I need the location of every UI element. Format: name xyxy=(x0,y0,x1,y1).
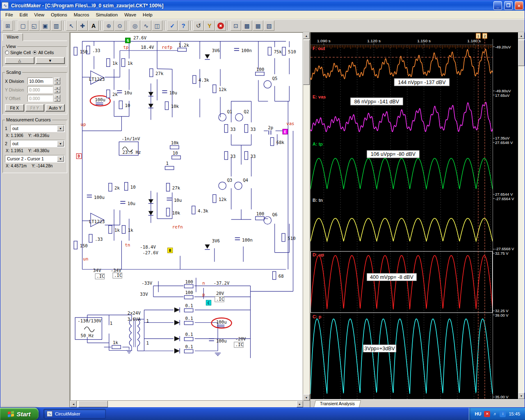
menu-edit[interactable]: Edit xyxy=(16,11,31,18)
measurement-annotation: 400 mVpp= -8 dBV xyxy=(370,274,414,280)
spin-up-button[interactable] xyxy=(54,95,60,98)
radio-single-cell[interactable]: Single Cell xyxy=(5,50,31,55)
field-label: Y Division xyxy=(5,87,26,92)
task-button-circuitmaker[interactable]: ∿ CircuitMaker xyxy=(43,409,106,419)
parts-browser-button[interactable]: ⊞ xyxy=(2,21,13,31)
component-label: 0.1 xyxy=(185,316,193,321)
spin-down-button[interactable] xyxy=(54,98,60,102)
component-label: Q1 xyxy=(227,109,232,114)
search-doc-button[interactable]: ◎ xyxy=(130,21,140,31)
vertical-scrollbar-thumb[interactable] xyxy=(303,40,310,85)
scope-digital-button[interactable]: ▧ xyxy=(264,21,274,31)
component-label: 33 xyxy=(231,154,236,159)
start-button[interactable]: Start xyxy=(0,408,39,420)
schematic-horizontal-scrollbar[interactable] xyxy=(70,401,303,407)
trace-name-label[interactable]: F: out xyxy=(313,46,325,51)
spin-up-button[interactable] xyxy=(54,78,60,81)
scope-multi-button[interactable]: ▦ xyxy=(253,21,263,31)
print-button[interactable]: ▥ xyxy=(51,21,62,31)
component-label: 510 xyxy=(288,236,295,241)
cursor-flag-number: 2 xyxy=(484,34,486,38)
reset-sim-button[interactable]: ↺ xyxy=(193,21,204,31)
auto-y-button[interactable]: Auto Y xyxy=(46,104,65,112)
schematic-vertical-scrollbar[interactable] xyxy=(303,32,310,401)
trace-name-label[interactable]: A: tp xyxy=(313,142,323,146)
menu-view[interactable]: View xyxy=(31,11,48,18)
view-radio-row: Single CellAll Cells xyxy=(5,50,65,55)
spinner xyxy=(54,95,60,102)
title-bar: ∿ CircuitMaker - [C:\Program Files\...\9… xyxy=(0,0,525,11)
fit-y-button: Fit Y xyxy=(25,104,45,112)
split-view-button[interactable]: ◫ xyxy=(152,21,162,31)
fit-x-button[interactable]: Fit X xyxy=(5,104,24,112)
scroll-up-button[interactable]: △ xyxy=(5,57,34,64)
help-icon: ? xyxy=(181,23,185,29)
menu-wave[interactable]: Wave xyxy=(121,11,139,18)
cursor-diff-select[interactable]: Cursor 2 - Cursor 1 xyxy=(5,155,65,162)
erc-check-button[interactable]: ✓ xyxy=(167,21,178,31)
wire-tool-button[interactable]: ✚ xyxy=(77,21,88,31)
keyboard-layout-indicator[interactable]: HU xyxy=(475,411,482,416)
security-alert-icon[interactable]: ✕ xyxy=(484,411,490,417)
trace-name-label[interactable]: E: vas xyxy=(313,94,326,99)
trace-band-click-area[interactable] xyxy=(310,196,493,251)
probe-tool-button[interactable]: Y xyxy=(204,21,215,31)
menu-simulation[interactable]: Simulation xyxy=(92,11,121,18)
waveform-scrollbar[interactable] xyxy=(518,32,525,399)
save-file-button[interactable]: ▣ xyxy=(40,21,50,31)
menu-options[interactable]: Options xyxy=(48,11,71,18)
spin-up-button[interactable] xyxy=(54,86,60,90)
trace-band-click-area[interactable] xyxy=(310,313,493,399)
scroll-up-arrow-icon[interactable] xyxy=(303,32,310,39)
trace-name-label[interactable]: B: tn xyxy=(313,198,323,203)
component-label: 1 xyxy=(146,340,149,346)
open-file-button[interactable]: ◱ xyxy=(29,21,39,31)
tab-transient-analysis[interactable]: Transient Analysis xyxy=(314,400,361,407)
scroll-down-arrow-icon[interactable] xyxy=(303,394,310,401)
cursor2-signal-select[interactable]: out xyxy=(10,140,65,147)
component-label: 1k xyxy=(128,61,133,66)
maximize-button[interactable]: ❐ xyxy=(504,1,513,10)
scope-xy-button[interactable]: ▩ xyxy=(242,21,252,31)
tab-wave[interactable]: Wave xyxy=(2,33,23,41)
messenger-icon[interactable]: i xyxy=(500,411,506,417)
horizontal-scrollbar-thumb[interactable] xyxy=(78,401,108,407)
menu-file[interactable]: File xyxy=(2,11,16,18)
spin-down-button[interactable] xyxy=(54,81,60,85)
zoom-tool-button[interactable]: ⊙ xyxy=(114,21,125,31)
minimize-button[interactable]: _ xyxy=(493,1,502,10)
radio-all-cells[interactable]: All Cells xyxy=(33,50,54,55)
menu-help[interactable]: Help xyxy=(139,11,156,18)
scroll-down-button[interactable]: ▼ xyxy=(36,57,65,64)
volume-icon[interactable]: ♬ xyxy=(492,411,498,417)
cursor2-y-readout: Y: -49.380u xyxy=(28,148,49,153)
stop-sim-button[interactable]: ✖ xyxy=(215,21,226,31)
component-label: 68k xyxy=(276,140,285,145)
scroll-left-arrow-icon[interactable] xyxy=(70,401,77,407)
trace-name-label[interactable]: C: p xyxy=(313,314,322,319)
menu-macros[interactable]: Macros xyxy=(71,11,93,18)
text-tool-button[interactable]: A xyxy=(88,21,99,31)
digital-option-button[interactable]: ⊡ xyxy=(231,21,241,31)
zoom-probe-button[interactable]: ⊕ xyxy=(103,21,114,31)
cursor-tool-button[interactable]: ↖ xyxy=(66,21,77,31)
close-button[interactable]: × xyxy=(515,1,523,10)
schematic-canvas[interactable]: 27.6Vtp18.4Vrefp1.2k3V6100n75k510150.331… xyxy=(70,32,303,401)
component-label: 10u xyxy=(128,201,135,206)
new-file-button[interactable]: ▢ xyxy=(18,21,28,31)
schematic-window: 27.6Vtp18.4Vrefp1.2k3V6100n75k510150.331… xyxy=(70,32,310,407)
x-division-input[interactable]: 10.00m xyxy=(27,78,53,84)
trace-band-click-area[interactable] xyxy=(310,140,493,196)
cursor1-signal-select[interactable]: out xyxy=(10,125,65,132)
component-label: 33 xyxy=(231,127,236,132)
help-button[interactable]: ? xyxy=(178,21,189,31)
trace-name-label[interactable]: D: up xyxy=(313,252,324,257)
spin-down-button[interactable] xyxy=(54,90,60,94)
scroll-right-arrow-icon[interactable] xyxy=(297,401,303,407)
waveform-chart-button[interactable]: ∿ xyxy=(141,21,151,31)
circuitmaker-window: ∿ CircuitMaker - [C:\Program Files\...\9… xyxy=(0,0,525,408)
waveform-scroll-down-icon[interactable] xyxy=(518,393,525,399)
waveform-scrollbar-thumb[interactable] xyxy=(518,40,525,66)
component-label: -34V xyxy=(111,268,121,273)
waveform-scroll-up-icon[interactable] xyxy=(518,32,525,39)
